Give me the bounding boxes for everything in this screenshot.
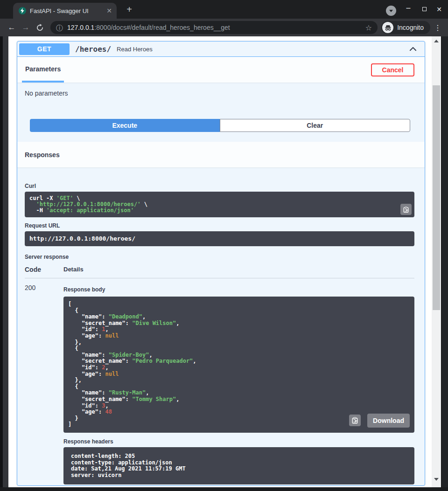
browser-toolbar: ← → ⓘ 127.0.0.1:8000/docs#/default/read_… — [0, 19, 448, 36]
close-button[interactable]: ✕ — [434, 5, 444, 14]
response-code: 200 — [25, 284, 63, 484]
incognito-label: Incognito — [397, 24, 424, 31]
response-header-line: content-length: 205 — [71, 453, 410, 460]
back-button[interactable]: ← — [5, 23, 19, 32]
collapse-button[interactable] — [408, 44, 418, 54]
response-headers-block: content-length: 205 content-type: applic… — [63, 447, 414, 484]
curl-label: Curl — [25, 183, 414, 189]
chevron-up-icon — [408, 44, 418, 54]
fastapi-logo-icon — [19, 7, 26, 14]
curl-block: curl -X 'GET' \ 'http://127.0.0.1:8000/h… — [25, 192, 414, 217]
details-column-header: Details — [63, 266, 414, 273]
scroll-down-icon[interactable] — [434, 478, 439, 481]
new-tab-button[interactable]: + — [123, 3, 135, 15]
response-copy-button[interactable] — [349, 415, 361, 426]
curl-copy-button[interactable] — [400, 204, 412, 215]
scrollbar-thumb[interactable] — [433, 85, 440, 310]
execute-row: Execute Clear — [30, 119, 410, 132]
response-header-line: date: Sat,21 Aug 2021 11:57:19 GMT — [71, 466, 410, 472]
parameters-title: Parameters — [25, 65, 61, 73]
response-header-line: server: uvicorn — [71, 472, 410, 479]
server-response-label: Server response — [25, 254, 414, 260]
reload-icon — [36, 24, 44, 32]
browser-tab[interactable]: FastAPI - Swagger UI ✕ — [13, 3, 117, 19]
site-info-icon[interactable]: ⓘ — [56, 24, 63, 31]
clear-button[interactable]: Clear — [220, 119, 411, 132]
cancel-button[interactable]: Cancel — [371, 63, 414, 76]
table-row: 200 Response body [ { "name": "Deadpond"… — [25, 278, 414, 484]
endpoint-path: /heroes/ — [75, 45, 111, 54]
clipboard-icon — [352, 417, 358, 424]
execute-button[interactable]: Execute — [30, 119, 220, 132]
page-scrollbar[interactable] — [432, 36, 441, 487]
table-header-row: Code Details — [25, 264, 414, 278]
url-path: :8000/docs#/default/read_heroes_heroes__… — [94, 24, 230, 31]
incognito-icon — [382, 22, 393, 33]
code-column-header: Code — [25, 266, 63, 273]
minimize-button[interactable]: – — [403, 5, 413, 14]
response-body-block: [ { "name": "Deadpond", "secret_name": "… — [63, 297, 414, 433]
scroll-up-icon[interactable] — [434, 40, 439, 42]
chevron-down-icon — [389, 10, 393, 12]
responses-inner: Curl curl -X 'GET' \ 'http://127.0.0.1:8… — [17, 167, 425, 485]
forward-button[interactable]: → — [19, 23, 33, 32]
responses-title: Responses — [25, 151, 60, 159]
parameters-header: Parameters Cancel — [17, 57, 425, 83]
url-text: 127.0.0.1:8000/docs#/default/read_heroes… — [67, 24, 362, 31]
tab-title: FastAPI - Swagger UI — [30, 7, 103, 14]
response-details-cell: Response body [ { "name": "Deadpond", "s… — [63, 284, 414, 484]
window-frame-left — [0, 36, 8, 491]
response-body-actions: Download — [349, 414, 410, 428]
tab-parameters[interactable]: Parameters — [22, 57, 64, 83]
response-body-code: [ { "name": "Deadpond", "secret_name": "… — [68, 301, 410, 428]
url-host: 127.0.0.1 — [67, 24, 94, 31]
bookmark-star-icon[interactable]: ☆ — [365, 23, 372, 32]
opblock-get-heroes: GET /heroes/ Read Heroes Parameters Canc… — [17, 41, 425, 486]
server-response-table: Code Details 200 Response body [ { "name… — [25, 264, 414, 484]
request-url-block: http://127.0.0.1:8000/heroes/ — [25, 231, 414, 246]
parameters-body: No parameters — [17, 83, 425, 114]
window-frame-right — [441, 36, 448, 491]
response-body-label: Response body — [63, 286, 414, 293]
browser-menu-button[interactable]: ⋮ — [432, 23, 443, 32]
incognito-badge: Incognito — [381, 21, 430, 34]
response-header-line: content-type: application/json — [71, 460, 410, 466]
download-button[interactable]: Download — [367, 414, 410, 428]
method-badge: GET — [19, 43, 70, 55]
maximize-button[interactable] — [419, 5, 429, 14]
opblock-header[interactable]: GET /heroes/ Read Heroes — [17, 41, 425, 57]
window-frame-bottom — [0, 487, 448, 491]
reload-button[interactable] — [33, 24, 47, 32]
response-headers-label: Response headers — [63, 438, 414, 445]
address-bar[interactable]: ⓘ 127.0.0.1:8000/docs#/default/read_hero… — [50, 21, 378, 34]
responses-header: Responses — [17, 142, 425, 167]
endpoint-summary: Read Heroes — [117, 46, 408, 53]
swagger-page: GET /heroes/ Read Heroes Parameters Canc… — [8, 36, 432, 487]
maximize-icon — [422, 7, 427, 11]
tab-close-icon[interactable]: ✕ — [106, 7, 112, 14]
request-url-label: Request URL — [25, 222, 414, 229]
tab-bar: FastAPI - Swagger UI ✕ + – ✕ — [0, 0, 448, 19]
clipboard-icon — [403, 206, 409, 213]
request-url-text: http://127.0.0.1:8000/heroes/ — [29, 235, 410, 242]
tab-search-button[interactable] — [386, 6, 396, 16]
no-parameters-text: No parameters — [25, 90, 68, 97]
curl-code: curl -X 'GET' \ 'http://127.0.0.1:8000/h… — [29, 195, 410, 214]
